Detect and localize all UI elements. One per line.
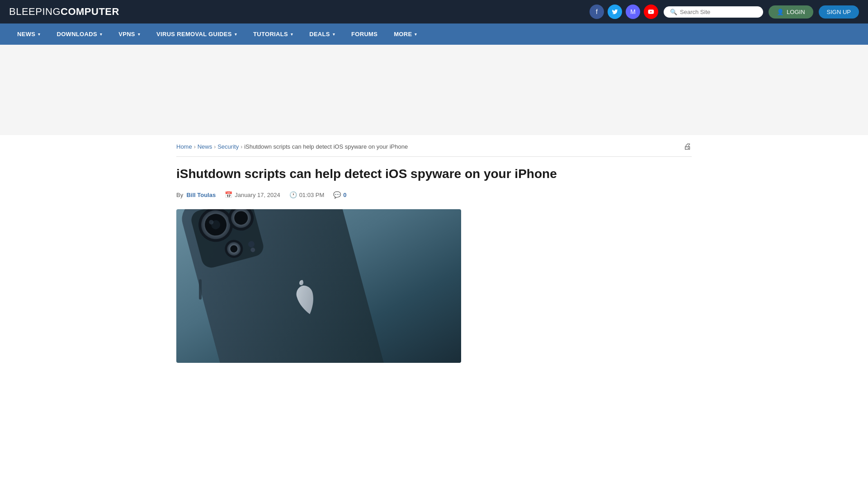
date-text: January 17, 2024 — [235, 192, 280, 198]
site-header: BLEEPINGCOMPUTER f M 🔍 👤 LOGIN SIGN UP — [0, 0, 868, 23]
breadcrumb: Home › News › Security › iShutdown scrip… — [176, 135, 692, 157]
article-meta: By Bill Toulas 📅 January 17, 2024 🕐 01:0… — [176, 191, 692, 198]
nav-forums[interactable]: FORUMS — [343, 23, 386, 45]
nav-virus-label: VIRUS REMOVAL GUIDES — [156, 31, 232, 38]
site-logo[interactable]: BLEEPINGCOMPUTER — [9, 6, 119, 18]
author-info: By Bill Toulas — [176, 192, 216, 198]
breadcrumb-security[interactable]: Security — [217, 143, 239, 150]
mastodon-icon[interactable]: M — [626, 5, 640, 19]
main-navbar: NEWS ▾ DOWNLOADS ▾ VPNS ▾ VIRUS REMOVAL … — [0, 23, 868, 45]
publish-date: 📅 January 17, 2024 — [225, 191, 280, 198]
nav-virus-arrow: ▾ — [235, 32, 237, 37]
article-title: iShutdown scripts can help detect iOS sp… — [176, 166, 692, 182]
nav-more-label: MORE — [394, 31, 412, 38]
breadcrumb-home[interactable]: Home — [176, 143, 192, 150]
facebook-icon[interactable]: f — [590, 5, 604, 19]
signup-button[interactable]: SIGN UP — [819, 5, 859, 19]
nav-vpns-label: VPNS — [118, 31, 135, 38]
login-button[interactable]: 👤 LOGIN — [769, 5, 813, 19]
publish-time: 🕐 01:03 PM — [289, 191, 325, 198]
nav-more[interactable]: MORE ▾ — [386, 23, 425, 45]
login-label: LOGIN — [787, 9, 805, 15]
nav-tutorials-label: TUTORIALS — [253, 31, 288, 38]
breadcrumb-sep-3: › — [241, 144, 242, 150]
comment-number: 0 — [343, 192, 346, 198]
search-icon: 🔍 — [670, 9, 677, 15]
main-layout — [176, 209, 692, 363]
breadcrumb-news[interactable]: News — [198, 143, 212, 150]
nav-downloads[interactable]: DOWNLOADS ▾ — [49, 23, 111, 45]
twitter-icon[interactable] — [608, 5, 622, 19]
calendar-icon: 📅 — [225, 191, 232, 198]
nav-vpns-arrow: ▾ — [138, 32, 140, 37]
nav-downloads-label: DOWNLOADS — [57, 31, 97, 38]
breadcrumb-sep-2: › — [214, 144, 216, 150]
nav-news-arrow: ▾ — [38, 32, 40, 37]
comment-icon: 💬 — [333, 191, 341, 198]
logo-bold-text: COMPUTER — [61, 6, 119, 17]
svg-rect-16 — [199, 279, 202, 300]
clock-icon: 🕐 — [289, 191, 297, 198]
youtube-icon[interactable] — [644, 5, 658, 19]
author-link[interactable]: Bill Toulas — [186, 192, 216, 198]
social-icons: f M — [590, 5, 658, 19]
breadcrumb-sep-1: › — [194, 144, 196, 150]
nav-downloads-arrow: ▾ — [100, 32, 102, 37]
nav-deals-arrow: ▾ — [333, 32, 335, 37]
nav-news[interactable]: NEWS ▾ — [9, 23, 49, 45]
sidebar — [556, 209, 692, 363]
nav-virus-removal[interactable]: VIRUS REMOVAL GUIDES ▾ — [148, 23, 245, 45]
content-wrapper: Home › News › Security › iShutdown scrip… — [167, 135, 701, 363]
article-main — [176, 209, 542, 363]
search-input[interactable] — [680, 9, 757, 15]
user-icon: 👤 — [777, 9, 784, 15]
nav-tutorials-arrow: ▾ — [291, 32, 293, 37]
print-icon[interactable]: 🖨 — [684, 142, 692, 151]
ad-banner — [0, 45, 868, 135]
nav-news-label: NEWS — [17, 31, 35, 38]
nav-deals[interactable]: DEALS ▾ — [301, 23, 343, 45]
author-prefix: By — [176, 192, 183, 198]
time-text: 01:03 PM — [299, 192, 325, 198]
nav-vpns[interactable]: VPNS ▾ — [110, 23, 148, 45]
header-right: f M 🔍 👤 LOGIN SIGN UP — [590, 5, 859, 19]
nav-tutorials[interactable]: TUTORIALS ▾ — [245, 23, 301, 45]
nav-forums-label: FORUMS — [351, 31, 377, 38]
logo-light-text: BLEEPING — [9, 6, 61, 17]
article-image — [176, 209, 461, 363]
comments-count[interactable]: 💬 0 — [333, 191, 346, 198]
search-box[interactable]: 🔍 — [664, 6, 763, 18]
nav-deals-label: DEALS — [309, 31, 330, 38]
breadcrumb-current: iShutdown scripts can help detect iOS sp… — [244, 143, 408, 150]
nav-more-arrow: ▾ — [415, 32, 417, 37]
